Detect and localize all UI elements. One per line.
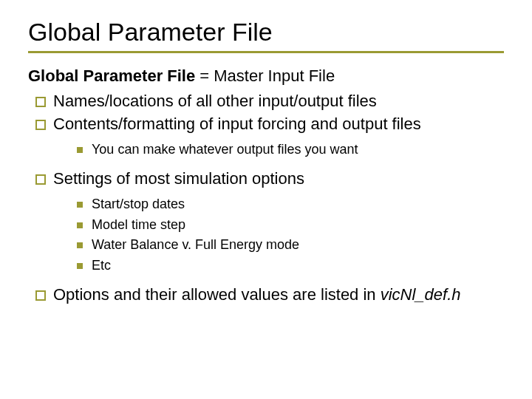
intro-line: Global Parameter File = Master Input Fil… <box>28 65 504 87</box>
slide-title: Global Parameter File <box>28 18 504 47</box>
slide: Global Parameter File Global Parameter F… <box>0 0 532 322</box>
bullet-text: Model time step <box>92 217 185 232</box>
sub-list: You can make whatever output files you w… <box>53 140 504 160</box>
file-name: vicNl_def.h <box>381 285 461 304</box>
bullet-text: Settings of most simulation options <box>53 169 304 188</box>
list-item: Water Balance v. Full Energy mode <box>75 235 504 256</box>
bullet-list: Names/locations of all other input/outpu… <box>28 90 504 306</box>
list-item: Names/locations of all other input/outpu… <box>34 90 504 112</box>
list-item: Contents/formatting of input forcing and… <box>34 113 504 160</box>
bullet-text: You can make whatever output files you w… <box>92 142 358 157</box>
intro-bold: Global Parameter File <box>28 66 195 85</box>
bullet-text: Water Balance v. Full Energy mode <box>92 237 299 252</box>
list-item: Start/stop dates <box>75 194 504 215</box>
bullet-text: Start/stop dates <box>92 197 185 211</box>
list-item: Settings of most simulation options Star… <box>34 168 504 276</box>
bullet-text: Options and their allowed values are lis… <box>53 285 381 304</box>
intro-rest: = Master Input File <box>195 66 335 85</box>
bullet-text: Names/locations of all other input/outpu… <box>53 92 377 110</box>
list-item: You can make whatever output files you w… <box>75 140 504 160</box>
title-underline <box>28 51 504 53</box>
bullet-text: Etc <box>92 258 111 273</box>
bullet-text: Contents/formatting of input forcing and… <box>53 115 421 133</box>
list-item: Etc <box>75 256 504 276</box>
list-item: Options and their allowed values are lis… <box>34 284 504 306</box>
list-item: Model time step <box>75 215 504 236</box>
sub-list: Start/stop dates Model time step Water B… <box>53 194 504 277</box>
